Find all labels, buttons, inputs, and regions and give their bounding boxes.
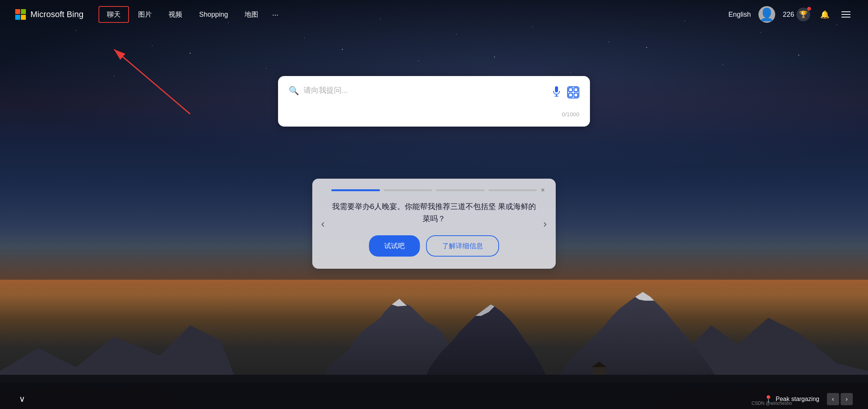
close-button[interactable]: × xyxy=(537,185,548,195)
trophy-notification-dot xyxy=(807,7,811,11)
suggestion-text: 我需要举办6人晚宴。你能帮我推荐三道不包括坚 果或海鲜的菜吗？ xyxy=(331,200,537,225)
search-icons-right xyxy=(552,86,579,99)
progress-dot-1 xyxy=(331,189,380,191)
main-nav: 聊天 图片 视频 Shopping 地图 ··· xyxy=(99,6,283,23)
mic-icon[interactable] xyxy=(552,86,561,99)
hamburger-line-2 xyxy=(841,14,851,15)
bottom-bar: ∨ 📍 Peak stargazing ‹ › xyxy=(0,389,868,409)
prev-background-button[interactable]: ‹ xyxy=(827,393,839,405)
search-box: 🔍 xyxy=(278,76,590,127)
search-icon: 🔍 xyxy=(289,86,299,96)
svg-rect-20 xyxy=(569,88,572,92)
logo-green xyxy=(21,9,26,14)
learn-more-button[interactable]: 了解详细信息 xyxy=(426,235,499,257)
progress-dot-3 xyxy=(436,189,485,191)
microsoft-logo xyxy=(15,9,26,20)
topbar: Microsoft Bing 聊天 图片 视频 Shopping 地图 ··· … xyxy=(0,0,868,29)
camera-icon[interactable] xyxy=(567,86,579,98)
logo-yellow xyxy=(21,15,26,20)
try-button[interactable]: 试试吧 xyxy=(369,235,420,257)
progress-dot-2 xyxy=(384,189,432,191)
topbar-right: English 👤 226 🏆 🔔 xyxy=(728,6,853,23)
prev-suggestion-button[interactable]: ‹ xyxy=(316,217,330,231)
progress-dot-4 xyxy=(488,189,537,191)
svg-rect-10 xyxy=(593,367,605,375)
svg-rect-17 xyxy=(555,86,558,92)
nav-item-video[interactable]: 视频 xyxy=(161,7,190,22)
logo-blue xyxy=(15,15,20,20)
nav-item-maps[interactable]: 地图 xyxy=(237,7,266,22)
points-badge: 226 🏆 xyxy=(783,8,810,21)
progress-dots xyxy=(331,189,537,191)
nav-item-chat[interactable]: 聊天 xyxy=(99,6,129,23)
svg-rect-22 xyxy=(569,93,572,97)
logo-text: Microsoft Bing xyxy=(30,10,83,19)
watermark: CSDN @winchesho xyxy=(752,401,792,406)
hamburger-line-3 xyxy=(841,17,851,17)
next-suggestion-button[interactable]: › xyxy=(538,217,552,231)
language-button[interactable]: English xyxy=(728,11,751,19)
char-count: 0/1000 xyxy=(289,111,579,117)
nav-item-shopping[interactable]: Shopping xyxy=(191,8,235,22)
suggestion-buttons: 试试吧 了解详细信息 xyxy=(331,235,537,257)
logo-area[interactable]: Microsoft Bing xyxy=(15,9,83,20)
search-container: 🔍 xyxy=(278,76,590,127)
bottom-nav-arrows: ‹ › xyxy=(827,393,853,405)
logo-red xyxy=(15,9,20,14)
nav-item-images[interactable]: 图片 xyxy=(130,7,159,22)
svg-rect-21 xyxy=(574,88,578,92)
nav-item-more[interactable]: ··· xyxy=(267,7,283,22)
next-background-button[interactable]: › xyxy=(841,393,853,405)
scroll-down-button[interactable]: ∨ xyxy=(15,392,29,406)
hamburger-line-1 xyxy=(841,11,851,12)
svg-rect-23 xyxy=(574,93,578,97)
suggestion-card: × ‹ › 我需要举办6人晚宴。你能帮我推荐三道不包括坚 果或海鲜的菜吗？ 试试… xyxy=(312,179,556,269)
mountains-background xyxy=(0,249,868,409)
trophy-icon[interactable]: 🏆 xyxy=(796,8,810,21)
search-input[interactable] xyxy=(304,85,547,108)
bell-icon[interactable]: 🔔 xyxy=(818,8,831,21)
user-avatar[interactable]: 👤 xyxy=(758,6,775,23)
hamburger-menu-icon[interactable] xyxy=(839,8,853,21)
